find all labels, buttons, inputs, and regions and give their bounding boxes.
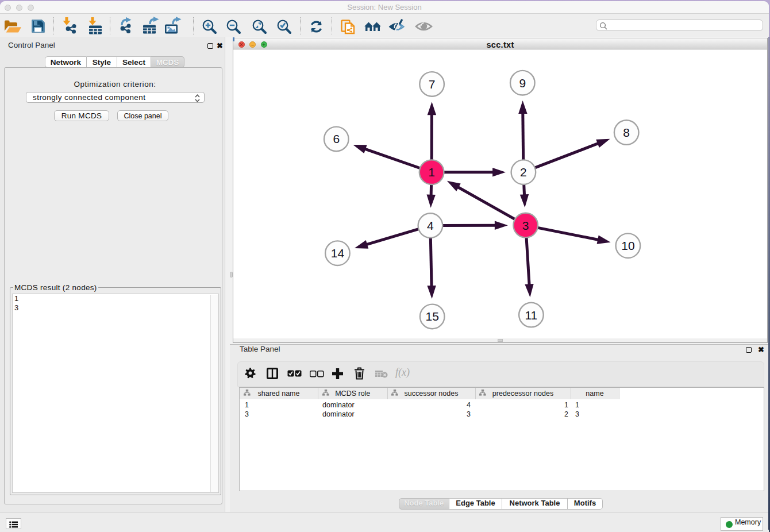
svg-text:1: 1 <box>428 165 435 179</box>
svg-text:10: 10 <box>621 239 634 252</box>
svg-text:14: 14 <box>330 246 344 260</box>
svg-text:9: 9 <box>519 76 526 89</box>
svg-text:7: 7 <box>428 77 435 90</box>
svg-text:2: 2 <box>520 165 527 179</box>
svg-text:3: 3 <box>522 218 529 232</box>
svg-text:4: 4 <box>427 219 434 232</box>
svg-text:11: 11 <box>525 308 537 321</box>
svg-text:15: 15 <box>425 310 438 323</box>
svg-text:6: 6 <box>333 132 340 145</box>
svg-text:8: 8 <box>623 126 630 139</box>
